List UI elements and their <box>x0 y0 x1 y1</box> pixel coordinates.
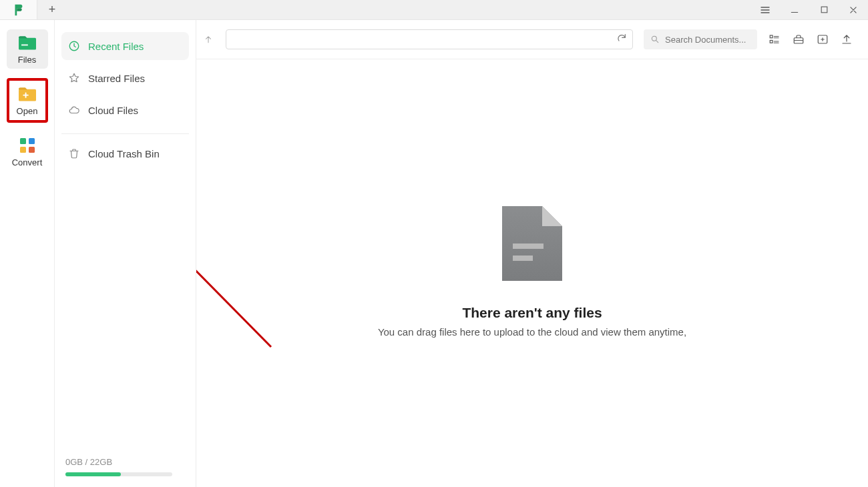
empty-title: There aren't any files <box>462 305 602 321</box>
svg-rect-4 <box>20 138 26 144</box>
panel-divider <box>61 133 189 134</box>
panel-item-starred[interactable]: Starred Files <box>61 64 189 92</box>
rail-item-files[interactable]: Files <box>7 29 48 69</box>
svg-rect-7 <box>29 147 35 153</box>
star-icon <box>68 72 80 84</box>
arrow-up-icon <box>204 35 213 44</box>
maximize-icon <box>820 5 829 14</box>
refresh-icon <box>616 33 627 43</box>
open-icon <box>18 86 37 102</box>
svg-rect-10 <box>770 35 773 38</box>
new-folder-icon <box>817 33 829 45</box>
minimize-icon <box>790 5 799 15</box>
list-view-icon <box>769 33 781 45</box>
cloud-icon <box>68 104 80 116</box>
convert-icon <box>18 137 37 153</box>
rail-item-files-label: Files <box>18 55 36 65</box>
svg-rect-6 <box>20 147 26 153</box>
rail-item-open[interactable]: Open <box>7 78 48 123</box>
up-button[interactable] <box>202 35 215 44</box>
empty-subtitle: You can drag files here to upload to the… <box>378 326 686 338</box>
main-layout: Files Open Convert <box>0 20 868 487</box>
upload-button[interactable] <box>840 33 853 46</box>
content-area: Search Documents... <box>196 20 868 487</box>
rail-item-convert[interactable]: Convert <box>7 132 48 171</box>
search-placeholder: Search Documents... <box>665 35 746 45</box>
panel-item-trash[interactable]: Cloud Trash Bin <box>61 139 189 167</box>
panel-item-trash-label: Cloud Trash Bin <box>88 148 160 159</box>
empty-document-icon <box>502 206 562 281</box>
toolbox-icon <box>793 33 805 45</box>
panel-item-recent-label: Recent Files <box>88 41 144 52</box>
panel-item-starred-label: Starred Files <box>88 73 145 84</box>
panel-item-cloud[interactable]: Cloud Files <box>61 96 189 124</box>
hamburger-icon <box>760 5 771 15</box>
content-topbar: Search Documents... <box>196 20 868 59</box>
titlebar: + <box>0 0 868 20</box>
svg-rect-0 <box>821 7 827 13</box>
empty-state: There aren't any files You can drag file… <box>196 59 868 487</box>
minimize-button[interactable] <box>780 0 809 19</box>
address-bar[interactable] <box>226 29 633 49</box>
svg-point-9 <box>652 36 656 41</box>
svg-rect-1 <box>19 38 36 50</box>
svg-rect-11 <box>770 41 773 43</box>
clock-icon <box>68 40 80 52</box>
search-input[interactable]: Search Documents... <box>644 29 757 49</box>
app-logo-icon <box>11 3 26 17</box>
new-folder-button[interactable] <box>816 33 829 46</box>
plus-icon: + <box>49 3 56 17</box>
svg-rect-2 <box>21 44 28 45</box>
refresh-button[interactable] <box>616 33 627 46</box>
panel-item-recent[interactable]: Recent Files <box>61 32 189 60</box>
storage-bar-fill <box>65 472 121 476</box>
trash-icon <box>68 147 80 159</box>
app-logo-tab[interactable] <box>0 0 37 19</box>
storage-text: 0GB / 22GB <box>65 457 185 467</box>
search-icon <box>650 35 660 44</box>
view-list-button[interactable] <box>768 33 781 46</box>
titlebar-spacer <box>67 0 750 19</box>
new-tab-button[interactable]: + <box>37 0 67 19</box>
upload-icon <box>841 33 853 45</box>
tools-button[interactable] <box>792 33 805 46</box>
rail-item-open-label: Open <box>17 106 38 116</box>
menu-button[interactable] <box>750 0 780 19</box>
close-button[interactable] <box>839 0 868 19</box>
close-icon <box>849 5 858 15</box>
panel-item-cloud-label: Cloud Files <box>88 105 138 116</box>
storage-bar <box>65 472 172 476</box>
storage-footer: 0GB / 22GB <box>61 457 189 480</box>
svg-rect-5 <box>29 138 35 144</box>
side-panel: Recent Files Starred Files Cloud Files C… <box>55 20 196 487</box>
files-icon <box>18 35 37 51</box>
left-rail: Files Open Convert <box>0 20 55 487</box>
rail-item-convert-label: Convert <box>12 157 43 167</box>
maximize-button[interactable] <box>809 0 839 19</box>
